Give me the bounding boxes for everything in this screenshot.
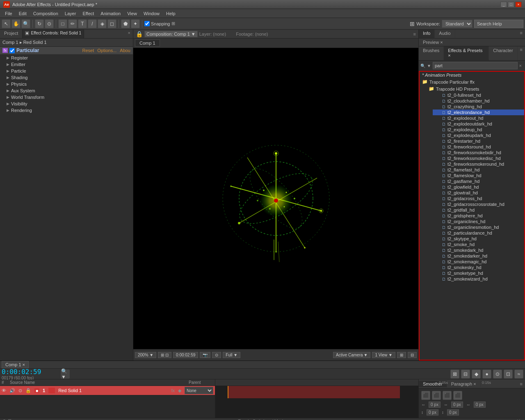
project-tab[interactable]: Project xyxy=(0,30,23,38)
aux-system-item[interactable]: ▶ Aux System xyxy=(0,87,133,94)
file-organiclinesmotion[interactable]: 🗋t2_organiclinesmotion_hd xyxy=(433,224,524,230)
options-btn[interactable]: Options... xyxy=(97,48,116,53)
rotation-tool[interactable]: ↻ xyxy=(35,19,44,28)
layer-fx-icon[interactable]: fx xyxy=(171,388,175,393)
file-fireworkssmokebidir[interactable]: 🗋t2_fireworkssmokebidir_hd xyxy=(433,150,524,155)
file-gridfall[interactable]: 🗋t2_gridfall_hd xyxy=(433,207,524,213)
menu-animation[interactable]: Animation xyxy=(97,10,124,17)
extract-btn[interactable]: ⊟ xyxy=(461,370,470,379)
file-flamefast[interactable]: 🗋t2_flamefast_hd xyxy=(433,167,524,173)
about-btn[interactable]: Abou xyxy=(120,48,130,53)
spacing-val-5[interactable]: 0 px xyxy=(447,409,459,415)
quality-selector[interactable]: Full ▼ xyxy=(223,352,240,358)
file-fireworkssmokeround[interactable]: 🗋t2_fireworkssmokeround_hd xyxy=(433,161,524,167)
search-timeline-btn[interactable]: 🔍▼ xyxy=(61,370,70,379)
menu-file[interactable]: File xyxy=(2,10,16,17)
file-gridsphere[interactable]: 🗋t2_gridsphere_hd xyxy=(433,213,524,219)
comp-1-timeline-tab[interactable]: Comp 1 × xyxy=(2,361,29,368)
world-transform-item[interactable]: ▶ World Transform xyxy=(0,94,133,100)
motion-blur-btn[interactable]: ⊙ xyxy=(493,370,502,379)
marker-btn[interactable]: ◆ xyxy=(472,370,481,379)
close-panel-btn[interactable]: × xyxy=(126,30,133,38)
status-icon-2[interactable]: ⊞ xyxy=(8,418,11,420)
text-tool[interactable]: T xyxy=(78,19,87,28)
file-explodeout[interactable]: 🗋t2_explodeout_hd xyxy=(433,115,524,121)
zoom-tool[interactable]: 🔍 xyxy=(21,19,30,28)
graph-editor-btn[interactable]: ≈ xyxy=(514,370,523,379)
visibility-item[interactable]: ▶ Visibility xyxy=(0,100,133,107)
file-glowtrail[interactable]: 🗋t2_glowtrail_hd xyxy=(433,190,524,196)
particle-item[interactable]: ▶ Particle xyxy=(0,68,133,74)
menu-effect[interactable]: Effect xyxy=(79,10,97,17)
status-right-2[interactable]: ▷ xyxy=(519,418,523,420)
time-ruler[interactable]: 0:05s 0:15s 0:30s 0:45s 01:00 xyxy=(215,379,418,418)
spacing-val-1[interactable]: 0 px xyxy=(429,402,441,408)
layer-name[interactable]: Red Solid 1 xyxy=(58,388,169,393)
physics-item[interactable]: ▶ Physics xyxy=(0,81,133,87)
file-particulardance[interactable]: 🗋t2_particulardance_hd xyxy=(433,230,524,236)
file-smokemagic[interactable]: 🗋t2_smokemagic_hd xyxy=(433,259,524,265)
selection-tool[interactable]: ↖ xyxy=(2,19,11,28)
search-input[interactable] xyxy=(474,20,523,28)
clone-tool[interactable]: ◈ xyxy=(98,19,107,28)
3d-view-btn[interactable]: ⊞ xyxy=(397,352,406,358)
menu-view[interactable]: View xyxy=(124,10,140,17)
layer-keyframe-icon[interactable]: ◆ xyxy=(178,388,181,393)
roto-tool[interactable]: ⬟ xyxy=(121,19,130,28)
paragraph-tab[interactable]: Paragraph × xyxy=(447,381,481,387)
spacing-val-2[interactable]: 0 px xyxy=(451,402,463,408)
snap-checkbox[interactable] xyxy=(144,21,150,26)
puppet-tool[interactable]: ✦ xyxy=(131,19,140,28)
menu-window[interactable]: Window xyxy=(140,10,163,17)
preview-tab[interactable]: Preview × xyxy=(419,39,525,46)
file-crazything[interactable]: 🗋t2_crazything_hd xyxy=(433,104,524,110)
file-glowfield[interactable]: 🗋t2_glowfield_hd xyxy=(433,184,524,190)
emitter-item[interactable]: ▶ Emitter xyxy=(0,61,133,68)
brush-tool[interactable]: / xyxy=(88,19,97,28)
layer-solo-icon[interactable]: ⊙ xyxy=(18,388,22,393)
rendering-item[interactable]: ▶ Rendering xyxy=(0,107,133,114)
composition-dropdown[interactable]: Composition: Comp 1 ▼ xyxy=(144,31,198,37)
trapcode-hd-folder[interactable]: 📁 Trapcode HD Presets xyxy=(426,85,524,92)
toggle-switches-label[interactable]: Toggle Switches / Modes xyxy=(16,419,510,420)
audio-tab[interactable]: Audio xyxy=(435,30,455,38)
ep-search-clear[interactable]: × xyxy=(518,63,523,68)
brushes-tab[interactable]: Brushes xyxy=(419,46,444,60)
shading-item[interactable]: ▶ Shading xyxy=(0,74,133,81)
menu-edit[interactable]: Edit xyxy=(16,10,30,17)
zoom-selector[interactable]: 200% ▼ xyxy=(135,352,156,358)
file-smoke[interactable]: 🗋t2_smoke_hd xyxy=(433,242,524,247)
info-tab[interactable]: Info xyxy=(419,30,435,38)
grid-btn[interactable]: ⊟ xyxy=(408,352,417,358)
file-smoketype[interactable]: 🗋t2_smoketype_hd xyxy=(433,270,524,276)
lift-btn[interactable]: ⊠ xyxy=(450,370,459,379)
file-gridacross[interactable]: 🗋t2_gridacross_hd xyxy=(433,196,524,201)
file-smokewizard[interactable]: 🗋t2_smokewizard_hd xyxy=(433,276,524,282)
rb-panel-menu[interactable]: ≡ xyxy=(518,381,525,387)
align-left-btn[interactable]: ⬛ xyxy=(421,391,430,400)
layer-audio-icon[interactable]: 🔊 xyxy=(9,388,15,393)
file-organiclines[interactable]: 🗋t2_organiclines_hd xyxy=(433,219,524,224)
layer-color-swatch[interactable]: ■ xyxy=(34,388,39,393)
file-0-fullreset[interactable]: 🗋t2_0-fullreset_hd xyxy=(433,92,524,98)
camera-selector[interactable]: Active Camera ▼ xyxy=(333,352,370,358)
solo-btn[interactable]: ● xyxy=(482,370,491,379)
eraser-tool[interactable]: ◻ xyxy=(107,19,116,28)
justify-btn[interactable]: ⬛ xyxy=(453,391,462,400)
register-item[interactable]: ▶ Register xyxy=(0,55,133,61)
align-right-btn[interactable]: ⬛ xyxy=(443,391,452,400)
close-button[interactable]: × xyxy=(515,2,522,7)
status-icon-1[interactable]: ⊙ xyxy=(2,418,6,420)
spacing-val-4[interactable]: 0 px xyxy=(427,409,438,415)
file-smokedarker[interactable]: 🗋t2_smokedarker_hd xyxy=(433,253,524,259)
frame-blend-btn[interactable]: ⊡ xyxy=(504,370,513,379)
menu-composition[interactable]: Composition xyxy=(30,10,62,17)
file-cloudchamber[interactable]: 🗋t2_cloudchamber_hd xyxy=(433,98,524,104)
menu-help[interactable]: Help xyxy=(163,10,179,17)
maximize-button[interactable]: □ xyxy=(508,2,514,7)
snapshot-btn[interactable]: 📷 xyxy=(200,352,210,358)
frame-controls[interactable]: ⊞ ⊡ xyxy=(158,352,171,358)
info-panel-menu[interactable]: ≡ xyxy=(518,30,525,38)
workspace-selector[interactable]: Standard xyxy=(442,20,472,28)
file-explodeup[interactable]: 🗋t2_explodeup_hd xyxy=(433,127,524,132)
